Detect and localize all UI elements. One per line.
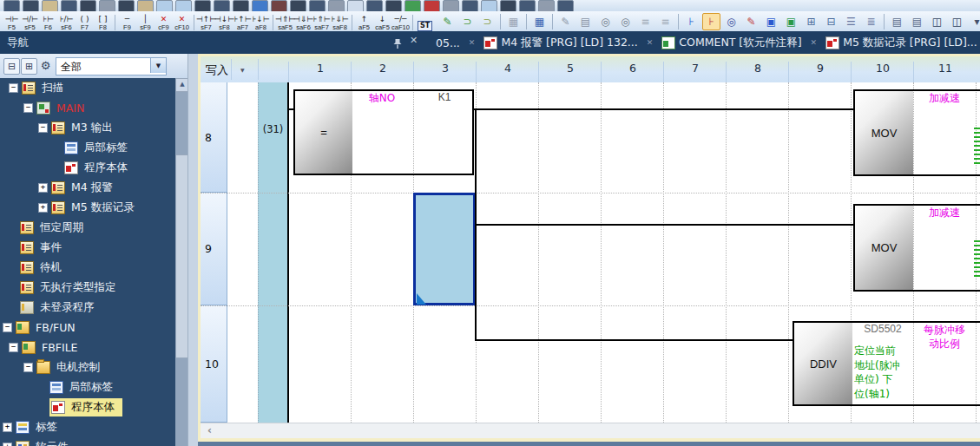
toolbar-icon[interactable]: ⊃ [458, 13, 477, 30]
ladder-grid[interactable]: 8 9 10 (31) = 轴NO K1 MOV 加减速 [201, 82, 980, 423]
gear-icon[interactable]: ⚙ [38, 58, 53, 73]
pin-icon[interactable] [392, 36, 404, 49]
tree-item-未登录程序[interactable]: 未登录程序 [0, 298, 175, 318]
toolbar-icon[interactable] [443, 0, 459, 11]
toolbar-icon[interactable]: ▤ [908, 13, 926, 30]
toolbar-icon[interactable]: ▾ [968, 13, 980, 30]
ladder-symbol-button-ST[interactable]: ST [416, 12, 434, 31]
tree-item-局部标签[interactable]: 局部标签 [0, 138, 175, 158]
scroll-left-icon[interactable]: ‹ [207, 424, 212, 436]
toolbar-icon[interactable] [481, 0, 497, 11]
ladder-symbol-button-saF5[interactable]: ⊣⇑⊢saF5 [276, 12, 294, 31]
operand-label[interactable]: 轴NO [351, 91, 413, 106]
toolbar-icon[interactable] [194, 0, 211, 11]
toolbar-icon[interactable]: ✎ [438, 13, 457, 30]
tree-item-M4 报警[interactable]: +M4 报警 [0, 178, 175, 198]
ladder-symbol-button-F9[interactable]: ─F9 [118, 12, 136, 31]
ladder-symbol-button-F8[interactable]: [ ]F8 [94, 12, 112, 31]
scrollbar-thumb[interactable] [175, 154, 188, 358]
rung-number[interactable]: 9 [201, 193, 227, 305]
document-tab[interactable]: 05... [434, 36, 462, 49]
toolbar-icon[interactable]: ◎ [596, 13, 615, 30]
close-icon[interactable]: ✕ [410, 35, 418, 46]
toolbar-icon[interactable] [538, 0, 555, 11]
toolbar-icon[interactable] [271, 0, 287, 11]
toolbar-icon[interactable]: ✎ [742, 13, 760, 30]
ladder-symbol-button-caF5[interactable]: ↓caF5 [373, 12, 391, 31]
toolbar-icon[interactable]: ≡ [656, 13, 674, 30]
tree-item-局部标签[interactable]: 局部标签 [0, 377, 175, 397]
ladder-symbol-button-aF5[interactable]: ↑aF5 [355, 12, 373, 31]
toolbar-icon[interactable]: ✎ [556, 13, 575, 30]
collapse-icon[interactable]: − [38, 123, 48, 133]
tree-scrollbar[interactable]: ▲ [175, 78, 187, 446]
toolbar-icon[interactable] [23, 0, 39, 11]
ladder-symbol-button-sF5[interactable]: ⊣/⊢sF5 [21, 12, 39, 31]
toolbar-icon[interactable]: ▤ [576, 13, 595, 30]
toolbar-icon[interactable] [137, 0, 154, 11]
toolbar-icon[interactable] [500, 0, 516, 11]
ladder-symbol-button-sF9[interactable]: │sF9 [136, 12, 155, 31]
tab-close-icon[interactable]: ✕ [469, 38, 476, 47]
ladder-symbol-button-saF8[interactable]: ⊦⇓⊢saF8 [331, 12, 349, 31]
ladder-symbol-button-sF8[interactable]: ⊣↓⊢sF8 [215, 12, 233, 31]
rung-number[interactable]: 10 [201, 305, 227, 423]
selected-cell[interactable] [413, 193, 476, 305]
mov-mnemonic[interactable]: MOV [855, 206, 913, 290]
tree-item-事件[interactable]: 事件 [0, 238, 175, 258]
ladder-symbol-button-saF7[interactable]: ⊦⇑⊢saF7 [312, 12, 331, 31]
toolbar-icon[interactable] [214, 0, 230, 11]
expand-icon[interactable]: + [38, 203, 48, 213]
tree-filter-select[interactable]: 全部 ▼ [56, 57, 167, 75]
toolbar-icon[interactable]: ≡ [636, 13, 654, 30]
tree-item-恒定周期[interactable]: 恒定周期 [0, 218, 175, 238]
toolbar-icon[interactable] [233, 0, 249, 11]
toolbar-icon[interactable] [118, 0, 135, 11]
document-tab[interactable]: M4 报警 [PRG] [LD] 132... [482, 36, 639, 50]
toolbar-icon[interactable] [328, 0, 345, 11]
tree-item-程序本体[interactable]: 程序本体 [0, 397, 175, 417]
ladder-symbol-button-sF6[interactable]: ⊦/⊢sF6 [57, 12, 76, 31]
tree-item-M5 数据记录[interactable]: +M5 数据记录 [0, 198, 175, 218]
ladder-symbol-button-cF9[interactable]: ✕cF9 [155, 12, 173, 31]
collapse-icon[interactable]: − [23, 363, 33, 372]
toolbar-icon[interactable]: ◎ [722, 13, 740, 30]
mov-mnemonic[interactable]: MOV [855, 91, 913, 174]
toolbar-icon[interactable]: ▣ [782, 13, 800, 30]
horizontal-scrollbar[interactable]: ‹ [201, 423, 980, 439]
expand-icon[interactable]: + [3, 423, 12, 432]
ladder-symbol-button-F5[interactable]: ⊣⊢F5 [3, 12, 21, 31]
tree-item-FBFILE[interactable]: −FBFILE [0, 338, 175, 357]
toolbar-icon[interactable]: ☰ [842, 13, 860, 30]
document-tab[interactable]: M5 数据记录 [PRG] [LD]... [824, 36, 979, 50]
rung-number[interactable]: 8 [201, 82, 227, 193]
tab-close-icon[interactable]: ✕ [811, 38, 818, 47]
toolbar-icon[interactable]: ▣ [762, 13, 780, 30]
collapse-icon[interactable]: − [9, 343, 18, 352]
toolbar-icon[interactable] [42, 0, 58, 11]
toolbar-icon[interactable]: ⊦ [702, 13, 720, 30]
collapse-icon[interactable]: − [23, 103, 33, 113]
toolbar-icon[interactable] [61, 0, 77, 11]
toolbar-icon[interactable] [175, 0, 192, 11]
toolbar-icon[interactable] [99, 0, 115, 11]
expand-icon[interactable]: + [3, 443, 12, 446]
tree-item-程序本体[interactable]: 程序本体 [0, 158, 175, 178]
tree-item-FB/FUN[interactable]: −FB/FUN [0, 318, 175, 338]
toolbar-icon[interactable]: ◫ [928, 13, 946, 30]
tree-item-软元件[interactable]: +软元件 [0, 437, 175, 446]
tree-display-icon[interactable]: ⊞ [21, 58, 37, 75]
tree-item-MAIN[interactable]: −MAIN [0, 98, 175, 118]
operand-label[interactable]: 加减速 [913, 206, 976, 220]
toolbar-icon[interactable] [404, 0, 421, 11]
chevron-down-icon[interactable]: ▼ [150, 58, 166, 73]
toolbar-icon[interactable] [347, 0, 364, 11]
ladder-symbol-button-aF7[interactable]: ⊦↑⊢aF7 [233, 12, 252, 31]
tree-item-M3 输出[interactable]: −M3 输出 [0, 118, 175, 138]
toolbar-icon[interactable] [462, 0, 478, 11]
operand-label[interactable]: 加减速 [913, 91, 976, 106]
toolbar-icon[interactable] [156, 0, 173, 11]
selected-tree-item[interactable]: 程序本体 [49, 398, 122, 416]
tab-close-icon[interactable]: ✕ [647, 38, 654, 47]
ladder-symbol-button-cF10[interactable]: ✕cF10 [173, 12, 191, 31]
